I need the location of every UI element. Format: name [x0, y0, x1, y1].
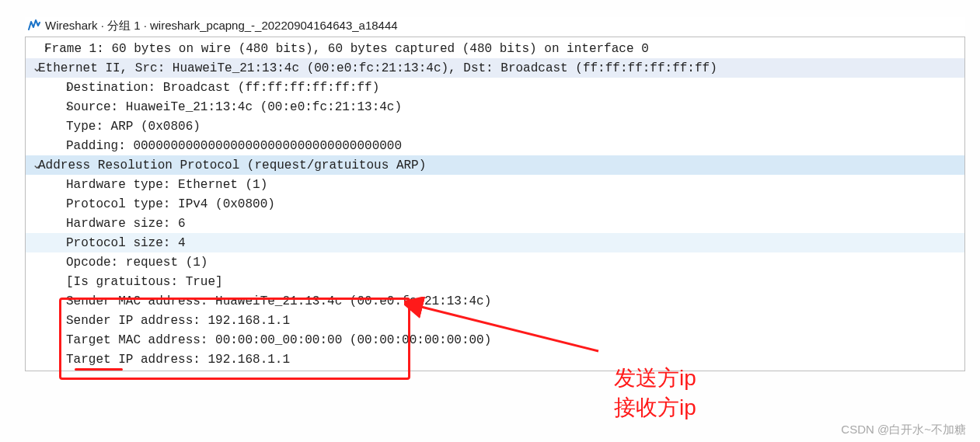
toggle-collapsed-icon[interactable]: › — [26, 97, 66, 115]
arp-target-ip: Target IP address: 192.168.1.1 — [66, 351, 290, 369]
spacer — [26, 194, 66, 212]
eth-source: Source: HuaweiTe_21:13:4c (00:e0:fc:21:1… — [66, 99, 402, 117]
tree-row-arp-target-ip[interactable]: Target IP address: 192.168.1.1 — [26, 350, 964, 369]
eth-type: Type: ARP (0x0806) — [66, 118, 201, 136]
arp-sender-ip: Sender IP address: 192.168.1.1 — [66, 312, 290, 330]
tree-row-arp-hwtype[interactable]: Hardware type: Ethernet (1) — [26, 175, 964, 194]
arp-summary: Address Resolution Protocol (request/gra… — [38, 157, 426, 175]
toggle-expanded-icon[interactable]: ⌄ — [26, 155, 38, 173]
arp-ptype: Protocol type: IPv4 (0x0800) — [66, 196, 275, 214]
toggle-collapsed-icon[interactable]: › — [26, 78, 66, 96]
tree-row-eth-type[interactable]: Type: ARP (0x0806) — [26, 117, 964, 136]
spacer — [26, 350, 66, 367]
tree-row-eth-padding[interactable]: Padding: 0000000000000000000000000000000… — [26, 136, 964, 155]
titlebar: Wireshark · 分组 1 · wireshark_pcapng_-_20… — [25, 17, 965, 37]
spacer — [26, 330, 66, 348]
tree-row-eth-dst[interactable]: › Destination: Broadcast (ff:ff:ff:ff:ff… — [26, 78, 964, 97]
arp-psize: Protocol size: 4 — [66, 235, 186, 252]
tree-row-arp-ptype[interactable]: Protocol type: IPv4 (0x0800) — [26, 194, 964, 214]
spacer — [26, 214, 66, 231]
arp-hwtype: Hardware type: Ethernet (1) — [66, 176, 267, 194]
annotation-label-receiver: 接收方ip — [614, 395, 696, 421]
tree-row-arp-gratuitous[interactable]: [Is gratuitous: True] — [26, 272, 964, 291]
spacer — [26, 272, 66, 290]
tree-row-arp-hwsize[interactable]: Hardware size: 6 — [26, 214, 964, 233]
wireshark-window: Wireshark · 分组 1 · wireshark_pcapng_-_20… — [25, 17, 965, 371]
tree-row-frame[interactable]: › Frame 1: 60 bytes on wire (480 bits), … — [26, 39, 964, 58]
arp-opcode: Opcode: request (1) — [66, 254, 208, 272]
spacer — [26, 233, 66, 251]
tree-row-arp-psize[interactable]: Protocol size: 4 — [26, 233, 964, 252]
tree-row-eth-src[interactable]: › Source: HuaweiTe_21:13:4c (00:e0:fc:21… — [26, 97, 964, 117]
wireshark-icon — [28, 19, 40, 33]
toggle-collapsed-icon[interactable]: › — [26, 39, 44, 57]
tree-row-arp-sender-mac[interactable]: Sender MAC address: HuaweiTe_21:13:4c (0… — [26, 291, 964, 311]
ethernet-summary: Ethernet II, Src: HuaweiTe_21:13:4c (00:… — [38, 60, 717, 78]
annotation-underline — [75, 368, 123, 371]
tree-row-ethernet[interactable]: ⌄ Ethernet II, Src: HuaweiTe_21:13:4c (0… — [26, 58, 964, 78]
arp-target-mac: Target MAC address: 00:00:00_00:00:00 (0… — [66, 332, 491, 350]
arp-hwsize: Hardware size: 6 — [66, 215, 186, 233]
eth-destination: Destination: Broadcast (ff:ff:ff:ff:ff:f… — [66, 79, 379, 97]
toggle-expanded-icon[interactable]: ⌄ — [26, 58, 38, 76]
tree-row-arp-sender-ip[interactable]: Sender IP address: 192.168.1.1 — [26, 311, 964, 330]
spacer — [26, 175, 66, 193]
watermark: CSDN @白开水~不加糖 — [841, 423, 966, 437]
spacer — [26, 117, 66, 134]
arp-gratuitous: [Is gratuitous: True] — [66, 273, 223, 291]
eth-padding: Padding: 0000000000000000000000000000000… — [66, 137, 402, 155]
tree-row-arp-opcode[interactable]: Opcode: request (1) — [26, 252, 964, 272]
spacer — [26, 252, 66, 270]
arp-sender-mac: Sender MAC address: HuaweiTe_21:13:4c (0… — [66, 293, 491, 311]
frame-summary: Frame 1: 60 bytes on wire (480 bits), 60… — [44, 40, 649, 58]
tree-row-arp-target-mac[interactable]: Target MAC address: 00:00:00_00:00:00 (0… — [26, 330, 964, 350]
spacer — [26, 311, 66, 329]
spacer — [26, 136, 66, 154]
spacer — [26, 291, 66, 309]
tree-row-arp[interactable]: ⌄ Address Resolution Protocol (request/g… — [26, 155, 964, 175]
packet-details-pane[interactable]: › Frame 1: 60 bytes on wire (480 bits), … — [25, 37, 965, 371]
window-title: Wireshark · 分组 1 · wireshark_pcapng_-_20… — [45, 19, 398, 33]
